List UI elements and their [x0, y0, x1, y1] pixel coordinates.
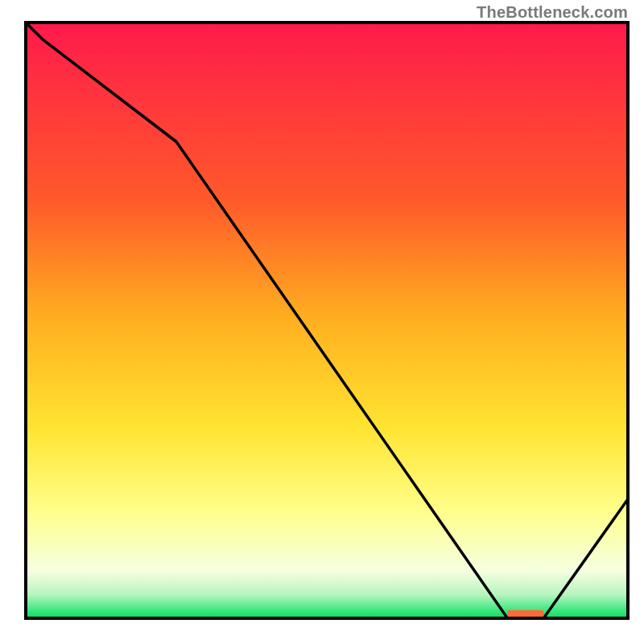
bottleneck-chart	[0, 0, 644, 644]
watermark-text: TheBottleneck.com	[477, 3, 628, 22]
plot-background	[26, 23, 628, 618]
chart-root: { "watermark": "TheBottleneck.com", "cha…	[0, 0, 644, 644]
minimum-marker	[507, 610, 543, 617]
